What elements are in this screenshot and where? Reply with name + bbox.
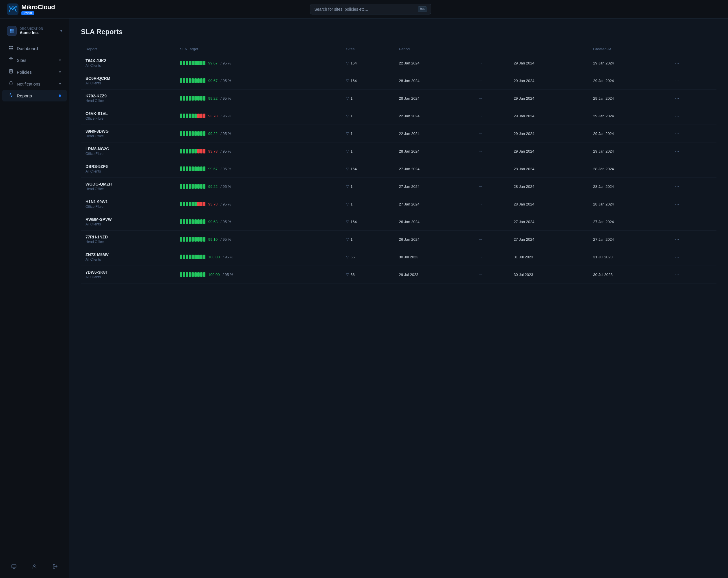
row-more-button[interactable]: ··· [673, 147, 681, 155]
row-more-button[interactable]: ··· [673, 94, 681, 103]
row-more-button[interactable]: ··· [673, 112, 681, 120]
sla-segment-red [200, 202, 203, 206]
actions-cell: ··· [668, 125, 717, 143]
sidebar-item-notifications[interactable]: Notifications ▾ [2, 78, 67, 90]
svg-rect-2 [12, 6, 14, 7]
sla-segment-green [186, 237, 188, 242]
sites-filter-icon: ▽ [346, 79, 349, 83]
sla-bar-container: 93.78 / 95 % [180, 114, 337, 118]
sla-segment-green [183, 272, 185, 277]
sla-segment-green [186, 255, 188, 259]
sla-target: / 95 % [220, 167, 231, 171]
main-content: SLA Reports Report SLA Target Sites Peri… [69, 19, 728, 578]
search-input[interactable] [314, 7, 415, 11]
sla-segment-green [189, 272, 191, 277]
svg-rect-4 [10, 29, 11, 31]
sites-filter-icon: ▽ [346, 237, 349, 241]
sites-label: Sites [17, 58, 56, 63]
actions-cell: ··· [668, 107, 717, 125]
report-cell: RWBM-SPVW All Clients [81, 213, 175, 231]
report-sub: Office Fibre [85, 117, 171, 121]
table-row: BC6R-QCRM All Clients 99.67 / 95 % ▽ 164… [81, 72, 717, 90]
report-id: 77RH-1NZD [85, 235, 171, 239]
sidebar-item-sites[interactable]: Sites ▾ [2, 54, 67, 66]
sla-value: 99.67 [208, 167, 218, 171]
row-more-button[interactable]: ··· [673, 253, 681, 261]
svg-rect-19 [11, 565, 16, 568]
logout-button[interactable] [49, 561, 61, 572]
sla-segment-green [186, 114, 188, 118]
period-arrow-cell: → [474, 90, 509, 107]
user-button[interactable] [29, 561, 40, 572]
report-sub: All Clients [85, 275, 171, 279]
period-to: 28 Jan 2024 [514, 202, 584, 206]
sidebar-nav: Dashboard Sites ▾ [0, 42, 69, 102]
logo-area: MikroCloud Portal [7, 3, 55, 15]
period-from: 26 Jan 2024 [399, 220, 469, 224]
sites-cell: ▽ 1 [341, 231, 394, 248]
row-more-button[interactable]: ··· [673, 165, 681, 173]
sites-filter-icon: ▽ [346, 255, 349, 259]
search-bar[interactable]: ⌘K [310, 4, 431, 15]
sla-segment-green [200, 167, 203, 171]
sla-value: 93.78 [208, 114, 218, 118]
sla-segment-green [189, 255, 191, 259]
period-arrow-icon: → [478, 237, 483, 242]
sidebar-item-policies[interactable]: Policies ▾ [2, 66, 67, 78]
row-more-button[interactable]: ··· [673, 77, 681, 85]
created-date: 28 Jan 2024 [593, 167, 614, 171]
sidebar-item-reports[interactable]: Reports ▾ [2, 90, 67, 101]
row-more-button[interactable]: ··· [673, 182, 681, 191]
sidebar-item-dashboard[interactable]: Dashboard [2, 43, 67, 54]
sla-cell: 99.22 / 95 % [175, 90, 342, 107]
row-more-button[interactable]: ··· [673, 218, 681, 226]
table-row: WGDG-QMZH Head Office 99.22 / 95 % ▽ 1 2… [81, 178, 717, 195]
period-from: 28 Jan 2024 [399, 96, 469, 101]
table-body: T64X-JJK2 All Clients 99.67 / 95 % ▽ 164… [81, 54, 717, 283]
sla-segment-green [189, 184, 191, 189]
report-cell: ZN7Z-M5MV All Clients [81, 248, 175, 266]
sla-segment-green [200, 272, 203, 277]
sites-cell: ▽ 1 [341, 125, 394, 143]
sla-segment-green [197, 131, 200, 136]
sla-segment-green [194, 149, 197, 153]
sites-container: ▽ 1 [346, 237, 390, 242]
org-selector[interactable]: Organization Acme Inc. ▾ [2, 23, 67, 39]
actions-cell: ··· [668, 195, 717, 213]
row-more-button[interactable]: ··· [673, 129, 681, 138]
logo-text: MikroCloud Portal [21, 3, 55, 15]
report-sub: Office Fibre [85, 152, 171, 156]
sla-cell: 99.22 / 95 % [175, 178, 342, 195]
created-date: 29 Jan 2024 [593, 149, 614, 153]
sla-segment-green [180, 149, 182, 153]
period-to-cell: 31 Jul 2023 [509, 248, 589, 266]
policies-label: Policies [17, 70, 56, 75]
row-more-button[interactable]: ··· [673, 200, 681, 208]
sla-target: / 95 % [220, 131, 231, 136]
theme-button[interactable] [8, 561, 20, 572]
report-sub: Head Office [85, 99, 171, 103]
reports-notification-dot [59, 95, 61, 97]
period-to: 31 Jul 2023 [514, 255, 584, 259]
sla-bar-container: 93.78 / 95 % [180, 202, 337, 206]
sites-filter-icon: ▽ [346, 96, 349, 100]
created-cell: 28 Jan 2024 [589, 178, 668, 195]
sites-cell: ▽ 164 [341, 160, 394, 178]
sites-filter-icon: ▽ [346, 220, 349, 224]
report-cell: T64X-JJK2 All Clients [81, 54, 175, 72]
sla-target: / 95 % [220, 61, 231, 65]
row-more-button[interactable]: ··· [673, 59, 681, 67]
sites-count: 1 [350, 96, 353, 101]
period-arrow-cell: → [474, 248, 509, 266]
topbar: MikroCloud Portal ⌘K [0, 0, 728, 19]
table-row: C6VK-S1VL Office Fibre 93.78 / 95 % ▽ 1 … [81, 107, 717, 125]
row-more-button[interactable]: ··· [673, 235, 681, 244]
row-more-button[interactable]: ··· [673, 271, 681, 279]
sites-cell: ▽ 1 [341, 178, 394, 195]
sla-bar-container: 93.78 / 95 % [180, 149, 337, 153]
sla-segment-green [183, 255, 185, 259]
sla-bar [180, 255, 205, 259]
sites-count: 164 [350, 79, 357, 83]
sla-segment-green [183, 78, 185, 83]
col-sla-target: SLA Target [175, 44, 342, 54]
